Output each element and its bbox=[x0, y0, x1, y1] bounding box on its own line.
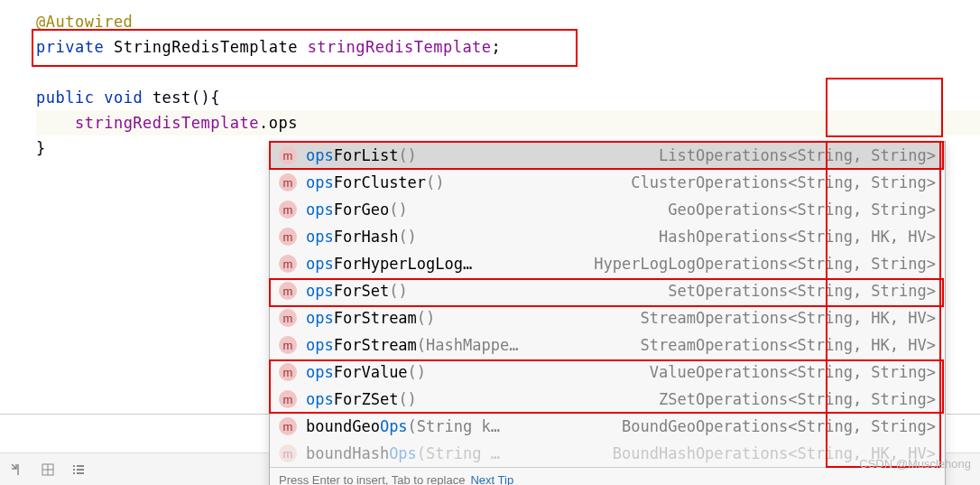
completion-return-type: BoundGeoOperations<String, String> bbox=[622, 417, 936, 435]
completion-item-5[interactable]: mopsForSet()SetOperations<String, String… bbox=[270, 277, 945, 304]
code-line-2: private StringRedisTemplate stringRedisT… bbox=[36, 34, 980, 60]
method-icon: m bbox=[279, 309, 297, 327]
completion-method-name: opsForZSet() bbox=[306, 390, 417, 408]
completion-method-name: opsForStream() bbox=[306, 309, 435, 327]
completion-return-type: ValueOperations<String, String> bbox=[650, 363, 936, 381]
typed-text: ops bbox=[269, 114, 298, 132]
completion-item-0[interactable]: mopsForList()ListOperations<String, Stri… bbox=[270, 142, 945, 169]
code-line-3-empty bbox=[36, 60, 980, 85]
footer-hint-text: Press Enter to insert, Tab to replace bbox=[279, 473, 465, 485]
method-icon: m bbox=[279, 336, 297, 354]
method-icon: m bbox=[279, 390, 297, 408]
method-icon: m bbox=[279, 173, 297, 191]
popup-footer: Press Enter to insert, Tab to replaceNex… bbox=[270, 467, 945, 485]
code-line-5-active[interactable]: stringRedisTemplate.ops bbox=[36, 110, 980, 135]
method-icon: m bbox=[279, 363, 297, 381]
completion-return-type: SetOperations<String, String> bbox=[668, 282, 936, 300]
code-line-4: public void test(){ bbox=[36, 85, 980, 110]
completion-method-name: opsForList() bbox=[306, 146, 417, 164]
completion-return-type: GeoOperations<String, String> bbox=[668, 201, 936, 219]
completion-return-type: ListOperations<String, String> bbox=[659, 146, 936, 164]
completion-return-type: ZSetOperations<String, String> bbox=[659, 390, 936, 408]
completion-item-11[interactable]: mboundHashOps(String …BoundHashOperation… bbox=[270, 440, 945, 467]
completion-return-type: ClusterOperations<String, String> bbox=[631, 173, 936, 191]
completion-item-3[interactable]: mopsForHash()HashOperations<String, HK, … bbox=[270, 223, 945, 250]
collapse-icon[interactable] bbox=[9, 462, 25, 478]
close-brace: } bbox=[36, 139, 46, 157]
completion-return-type: StreamOperations<String, HK, HV> bbox=[640, 336, 936, 354]
completion-item-7[interactable]: mopsForStream(HashMappe…StreamOperations… bbox=[270, 331, 945, 359]
method-icon: m bbox=[279, 201, 297, 219]
completion-method-name: opsForSet() bbox=[306, 282, 408, 300]
method-icon: m bbox=[279, 255, 297, 273]
completion-method-name: opsForValue() bbox=[306, 363, 426, 381]
type-name: StringRedisTemplate bbox=[114, 38, 298, 56]
completion-item-6[interactable]: mopsForStream()StreamOperations<String, … bbox=[270, 304, 945, 331]
keyword-private: private bbox=[36, 38, 104, 56]
list-icon[interactable] bbox=[70, 462, 87, 478]
method-icon: m bbox=[279, 444, 297, 462]
completion-item-9[interactable]: mopsForZSet()ZSetOperations<String, Stri… bbox=[270, 386, 945, 413]
completion-return-type: HashOperations<String, HK, HV> bbox=[659, 228, 936, 246]
method-icon: m bbox=[279, 228, 297, 246]
autocomplete-popup[interactable]: mopsForList()ListOperations<String, Stri… bbox=[269, 141, 946, 485]
field-name: stringRedisTemplate bbox=[308, 38, 492, 56]
completion-return-type: HyperLogLogOperations<String, String> bbox=[594, 255, 936, 273]
code-line-1: @Autowired bbox=[36, 9, 980, 34]
keyword-void: void bbox=[104, 89, 143, 107]
completion-method-name: boundHashOps(String … bbox=[306, 444, 500, 462]
completion-method-name: boundGeoOps(String k… bbox=[306, 417, 500, 435]
completion-item-4[interactable]: mopsForHyperLogLog…HyperLogLogOperations… bbox=[270, 250, 945, 277]
completion-item-1[interactable]: mopsForCluster()ClusterOperations<String… bbox=[270, 169, 945, 196]
code-editor[interactable]: @Autowired private StringRedisTemplate s… bbox=[0, 0, 980, 161]
semicolon: ; bbox=[492, 38, 502, 56]
completion-method-name: opsForHyperLogLog… bbox=[306, 255, 472, 273]
keyword-public: public bbox=[36, 89, 94, 107]
grid-icon[interactable] bbox=[40, 462, 56, 478]
completion-item-10[interactable]: mboundGeoOps(String k…BoundGeoOperations… bbox=[270, 413, 945, 440]
footer-next-tip-link[interactable]: Next Tip bbox=[470, 473, 513, 485]
completion-method-name: opsForStream(HashMappe… bbox=[306, 336, 518, 354]
method-icon: m bbox=[279, 417, 297, 435]
completion-item-8[interactable]: mopsForValue()ValueOperations<String, St… bbox=[270, 359, 945, 386]
completion-return-type: StreamOperations<String, HK, HV> bbox=[640, 309, 936, 327]
completion-method-name: opsForHash() bbox=[306, 228, 417, 246]
parens-open: (){ bbox=[191, 89, 220, 107]
annotation-autowired: @Autowired bbox=[36, 13, 133, 31]
watermark: CSDN @Musclehong bbox=[859, 457, 971, 471]
completion-method-name: opsForGeo() bbox=[306, 201, 408, 219]
dot: . bbox=[259, 114, 269, 132]
completion-method-name: opsForCluster() bbox=[306, 173, 445, 191]
completion-item-2[interactable]: mopsForGeo()GeoOperations<String, String… bbox=[270, 196, 945, 223]
method-icon: m bbox=[279, 282, 297, 300]
method-test: test bbox=[153, 89, 191, 107]
field-ref: stringRedisTemplate bbox=[75, 114, 259, 132]
method-icon: m bbox=[279, 146, 297, 164]
